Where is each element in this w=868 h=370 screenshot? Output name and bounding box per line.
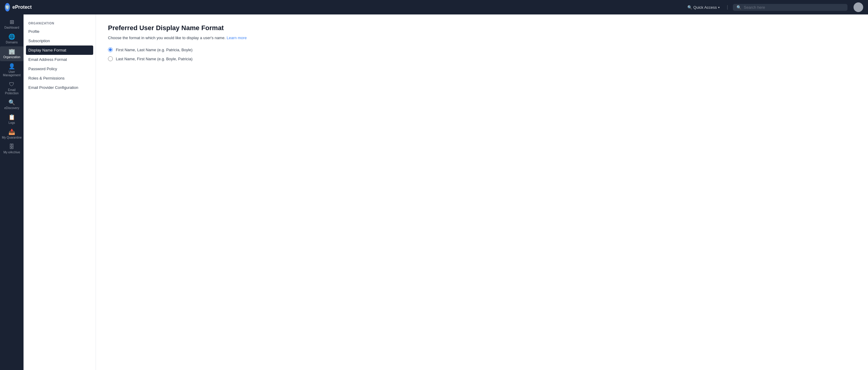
- radio-first-last-label: First Name, Last Name (e.g. Patricia, Bo…: [116, 47, 192, 52]
- search-icon: 🔍: [687, 5, 692, 10]
- sidebar-item-my-earchive[interactable]: 🗄 My eArchive: [0, 142, 24, 156]
- radio-item-last-first[interactable]: Last Name, First Name (e.g. Boyle, Patri…: [108, 56, 856, 61]
- main-content: Preferred User Display Name Format Choos…: [96, 14, 868, 370]
- quick-access-button[interactable]: 🔍 Quick Access ▾: [685, 4, 722, 11]
- search-input[interactable]: [744, 5, 844, 10]
- sidebar-item-ediscovery[interactable]: 🔍 eDiscovery: [0, 97, 24, 112]
- dashboard-icon: ⊞: [10, 19, 14, 25]
- logs-icon: 📋: [8, 114, 15, 120]
- subsidebar-item-roles-permissions[interactable]: Roles & Permissions: [24, 73, 96, 83]
- earchive-icon: 🗄: [9, 144, 14, 149]
- organization-icon: 🏢: [8, 49, 15, 54]
- ediscovery-icon: 🔍: [8, 100, 15, 105]
- quick-access-label: Quick Access: [693, 5, 717, 10]
- search-bar[interactable]: 🔍: [733, 4, 847, 11]
- radio-group-display-format: First Name, Last Name (e.g. Patricia, Bo…: [108, 47, 856, 61]
- subsidebar: ORGANIZATION Profile Subscription Displa…: [24, 14, 96, 370]
- learn-more-link[interactable]: Learn more: [226, 36, 246, 40]
- radio-last-first-label: Last Name, First Name (e.g. Boyle, Patri…: [116, 57, 192, 61]
- user-management-icon: 👤: [8, 64, 15, 69]
- page-title: Preferred User Display Name Format: [108, 24, 856, 32]
- search-bar-icon: 🔍: [737, 5, 741, 10]
- sidebar-item-logs[interactable]: 📋 Logs: [0, 112, 24, 127]
- subsidebar-item-display-name-format[interactable]: Display Name Format: [26, 45, 93, 55]
- app-logo[interactable]: 🛡️ eProtect: [5, 3, 28, 11]
- subsidebar-item-email-provider-config[interactable]: Email Provider Configuration: [24, 83, 96, 92]
- sidebar-item-my-quarantine[interactable]: 📥 My Quarantine: [0, 127, 24, 142]
- logo-icon: 🛡️: [5, 3, 10, 11]
- sidebar-item-label: Logs: [8, 121, 15, 125]
- subsidebar-section-label: ORGANIZATION: [24, 19, 96, 27]
- layout: ⊞ Dashboard 🌐 Domains 🏢 Organization 👤 U…: [0, 0, 868, 370]
- subsidebar-item-profile[interactable]: Profile: [24, 27, 96, 36]
- sidebar-item-label: Email Protection: [1, 88, 22, 95]
- sidebar-item-label: User Management: [1, 70, 22, 77]
- sidebar-item-domains[interactable]: 🌐 Domains: [0, 32, 24, 46]
- sidebar-item-label: eDiscovery: [4, 106, 19, 110]
- sidebar-item-organization[interactable]: 🏢 Organization: [0, 46, 24, 61]
- radio-first-last[interactable]: [108, 47, 113, 52]
- chevron-down-icon: ▾: [718, 6, 720, 9]
- email-protection-icon: 🛡: [9, 82, 14, 87]
- sidebar-item-dashboard[interactable]: ⊞ Dashboard: [0, 17, 24, 32]
- subsidebar-item-email-address-format[interactable]: Email Address Format: [24, 55, 96, 64]
- sidebar-item-label: Dashboard: [4, 26, 19, 29]
- sidebar-item-label: My eArchive: [3, 150, 20, 154]
- sidebar-item-user-management[interactable]: 👤 User Management: [0, 61, 24, 79]
- domains-icon: 🌐: [8, 34, 15, 39]
- sidebar-item-label: Organization: [3, 56, 21, 59]
- topbar: 🛡️ eProtect 🔍 Quick Access ▾ | 🔍: [0, 0, 868, 14]
- sidebar-item-email-protection[interactable]: 🛡 Email Protection: [0, 79, 24, 97]
- sidebar-item-label: My Quarantine: [2, 136, 22, 139]
- sidebar-item-label: Domains: [6, 41, 18, 44]
- app-name: eProtect: [12, 4, 32, 10]
- radio-last-first[interactable]: [108, 56, 113, 61]
- radio-item-first-last[interactable]: First Name, Last Name (e.g. Patricia, Bo…: [108, 47, 856, 52]
- avatar[interactable]: [854, 2, 863, 12]
- topbar-right: 🔍 Quick Access ▾ | 🔍: [685, 2, 863, 12]
- subsidebar-item-password-policy[interactable]: Password Policy: [24, 64, 96, 73]
- sidebar: ⊞ Dashboard 🌐 Domains 🏢 Organization 👤 U…: [0, 14, 24, 370]
- quarantine-icon: 📥: [8, 129, 15, 135]
- subsidebar-item-subscription[interactable]: Subscription: [24, 36, 96, 45]
- divider: |: [727, 4, 728, 10]
- page-description: Choose the format in which you would lik…: [108, 36, 856, 40]
